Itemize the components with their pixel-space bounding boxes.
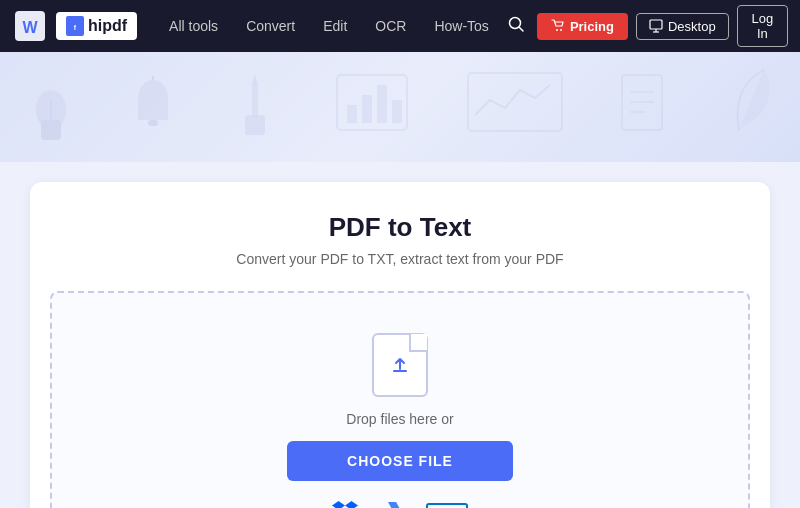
login-button[interactable]: Log In (737, 5, 788, 47)
pricing-label: Pricing (570, 19, 614, 34)
svg-rect-17 (252, 85, 258, 117)
svg-line-5 (519, 27, 523, 31)
drop-zone[interactable]: Drop files here or CHOOSE FILE (50, 291, 750, 508)
banner-pencil-icon (230, 65, 280, 149)
drop-text: Drop files here or (346, 411, 453, 427)
nav-edit[interactable]: Edit (309, 0, 361, 52)
banner-chart-icon (332, 70, 412, 144)
hipdf-pdf-icon: f (66, 16, 84, 36)
banner-quill-icon (724, 65, 774, 149)
upload-card: PDF to Text Convert your PDF to TXT, ext… (30, 182, 770, 508)
box-icon[interactable]: box (426, 503, 467, 509)
quill-svg (724, 65, 774, 145)
hipdf-brand-text: hipdf (88, 17, 127, 35)
svg-rect-8 (650, 20, 662, 29)
cloud-icons: box (332, 499, 467, 508)
pricing-button[interactable]: Pricing (537, 13, 628, 40)
svg-rect-16 (245, 115, 265, 135)
desktop-button[interactable]: Desktop (636, 13, 729, 40)
nav-links: All tools Convert Edit OCR How-Tos (155, 0, 503, 52)
main-content: PDF to Text Convert your PDF to TXT, ext… (0, 162, 800, 508)
wondershare-logo: W (12, 8, 48, 44)
svg-text:W: W (22, 19, 38, 36)
svg-rect-24 (468, 73, 562, 131)
logo-area: W f hipdf (12, 8, 137, 44)
dropbox-icon[interactable] (332, 499, 358, 508)
cart-icon (551, 19, 565, 33)
nav-how-tos[interactable]: How-Tos (420, 0, 502, 52)
page-subtitle: Convert your PDF to TXT, extract text fr… (50, 251, 750, 267)
choose-file-button[interactable]: CHOOSE FILE (287, 441, 513, 481)
svg-rect-22 (377, 85, 387, 123)
document-svg (617, 70, 672, 140)
banner-document-icon (617, 70, 672, 144)
desktop-icon (649, 19, 663, 33)
chart-svg (332, 70, 412, 140)
page-title: PDF to Text (50, 212, 750, 243)
gdrive-svg (378, 500, 406, 508)
hero-banner (0, 52, 800, 162)
banner-plant-icon (26, 65, 76, 149)
svg-point-7 (560, 29, 562, 31)
dropbox-svg (332, 499, 358, 508)
wondershare-icon: W (15, 11, 45, 41)
pdf-icon-svg: f (69, 19, 81, 33)
nav-right: Pricing Desktop Log In (503, 5, 788, 47)
linechart-svg (465, 70, 565, 140)
svg-point-6 (556, 29, 558, 31)
banner-linechart-icon (465, 70, 565, 144)
hipdf-logo[interactable]: f hipdf (56, 12, 137, 40)
upload-icon (372, 333, 428, 397)
google-drive-icon[interactable] (378, 500, 406, 508)
svg-rect-23 (392, 100, 402, 123)
svg-rect-21 (362, 95, 372, 123)
search-svg (507, 15, 525, 33)
nav-all-tools[interactable]: All tools (155, 0, 232, 52)
plant-svg (26, 65, 76, 145)
banner-bell-icon (128, 70, 178, 144)
navbar: W f hipdf All tools Convert Edit OCR How… (0, 0, 800, 52)
nav-convert[interactable]: Convert (232, 0, 309, 52)
svg-marker-18 (252, 75, 258, 85)
nav-ocr[interactable]: OCR (361, 0, 420, 52)
pencil-svg (230, 65, 280, 145)
svg-point-4 (509, 17, 520, 28)
bell-svg (128, 70, 178, 140)
svg-rect-14 (148, 120, 158, 126)
banner-icons (0, 52, 800, 162)
search-icon[interactable] (503, 11, 529, 42)
desktop-label: Desktop (668, 19, 716, 34)
svg-rect-20 (347, 105, 357, 123)
upload-svg (386, 351, 414, 379)
